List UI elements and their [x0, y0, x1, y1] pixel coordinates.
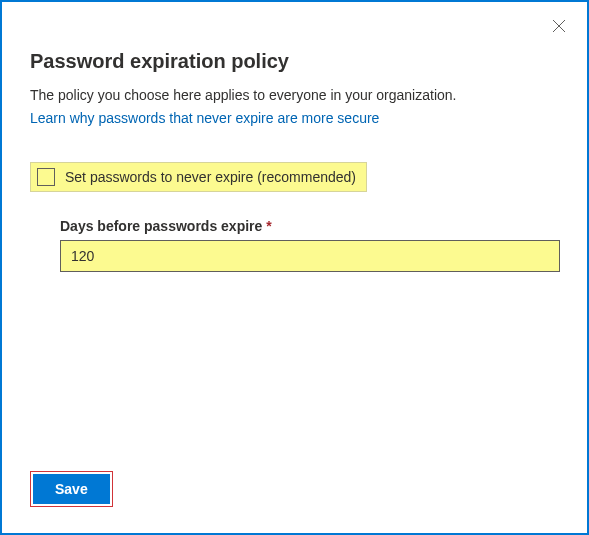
close-button[interactable]: [549, 16, 569, 36]
days-input[interactable]: [60, 240, 560, 272]
dialog-subtitle: The policy you choose here applies to ev…: [30, 87, 559, 103]
dialog-title: Password expiration policy: [30, 50, 559, 73]
required-indicator: *: [266, 218, 271, 234]
save-button[interactable]: Save: [33, 474, 110, 504]
days-field-section: Days before passwords expire *: [30, 218, 559, 272]
days-label: Days before passwords expire *: [60, 218, 559, 234]
never-expire-checkbox[interactable]: [37, 168, 55, 186]
learn-more-link[interactable]: Learn why passwords that never expire ar…: [30, 110, 379, 126]
save-button-highlight: Save: [30, 471, 113, 507]
never-expire-label: Set passwords to never expire (recommend…: [65, 169, 356, 185]
close-icon: [552, 19, 566, 33]
never-expire-option[interactable]: Set passwords to never expire (recommend…: [30, 162, 367, 192]
days-label-text: Days before passwords expire: [60, 218, 262, 234]
